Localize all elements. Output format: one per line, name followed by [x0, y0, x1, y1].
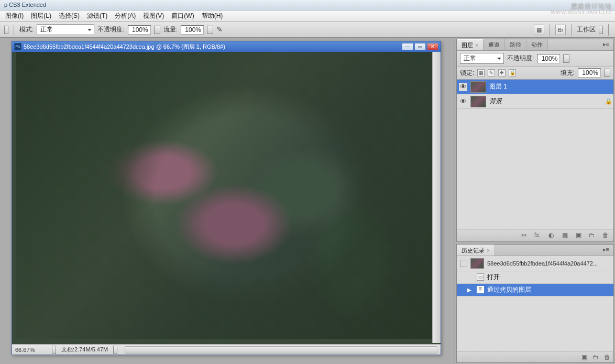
layers-list: 👁 图层 1 👁 背景 🔒 [457, 80, 613, 229]
tab-history[interactable]: 历史记录× [457, 245, 495, 256]
visibility-icon[interactable]: 👁 [459, 83, 467, 91]
tab-channels[interactable]: 通道 [484, 39, 505, 50]
close-tab-icon[interactable]: × [487, 248, 490, 253]
doc-info[interactable]: 文档:2.74M/5.47M [61, 346, 108, 354]
watermark-url: WWW.MISSYUAN.COM [551, 9, 612, 15]
fill-label: 填充: [561, 69, 575, 78]
lock-indicator-icon: 🔒 [605, 98, 611, 105]
separator [550, 24, 550, 36]
app-title: p CS3 Extended [4, 2, 46, 8]
layer-mask-icon[interactable]: ◐ [546, 231, 556, 239]
delete-state-icon[interactable]: 🗑 [604, 354, 610, 361]
panel-menu-icon[interactable]: ▸≡ [599, 245, 613, 256]
layer-style-icon[interactable]: fx. [533, 231, 542, 239]
snapshot-checkbox[interactable] [460, 260, 467, 267]
info-stepper[interactable] [113, 346, 117, 354]
menu-view[interactable]: 视图(V) [143, 12, 164, 20]
new-document-from-state-icon[interactable]: ▣ [581, 354, 587, 361]
lock-position-icon[interactable]: ✥ [498, 69, 506, 76]
menu-select[interactable]: 选择(S) [59, 12, 80, 20]
flow-stepper[interactable] [207, 26, 213, 34]
mode-label: 模式: [19, 25, 34, 34]
opacity-label: 不透明度: [97, 25, 124, 34]
history-step[interactable]: ▭ 打开 [457, 271, 613, 284]
layer-opacity-stepper[interactable] [563, 54, 569, 63]
photo-image [16, 52, 435, 339]
layer-name[interactable]: 背景 [489, 97, 602, 106]
layer-name[interactable]: 图层 1 [489, 82, 611, 91]
opacity-input[interactable]: 100% [128, 25, 151, 35]
layer-thumbnail[interactable] [470, 81, 486, 93]
delete-layer-icon[interactable]: 🗑 [601, 231, 610, 239]
maximize-button[interactable]: ▭ [414, 43, 426, 50]
flow-input[interactable]: 100% [181, 25, 204, 35]
fill-stepper[interactable] [604, 69, 610, 77]
adjustment-layer-icon[interactable]: ▩ [560, 231, 569, 239]
layer-opacity-input[interactable]: 100% [537, 54, 560, 63]
layer-group-icon[interactable]: ▣ [574, 231, 583, 239]
ps-file-icon: Ps [14, 43, 21, 50]
zoom-stepper[interactable] [52, 346, 56, 354]
airbrush-icon[interactable] [216, 25, 228, 35]
separator [608, 24, 609, 36]
layer-row[interactable]: 👁 背景 🔒 [457, 94, 613, 109]
history-snapshot[interactable]: 58ee3d6d55fbb2fbdea1f4544f4a20a4472... [457, 256, 613, 271]
workspace-label[interactable]: 工作区 [577, 25, 596, 34]
horizontal-scrollbar[interactable] [125, 346, 437, 354]
history-list: 58ee3d6d55fbb2fbdea1f4544f4a20a4472... ▭… [457, 256, 613, 351]
window-buttons: — ▭ ✕ [402, 43, 438, 50]
tab-actions[interactable]: 动作 [526, 39, 548, 50]
blend-mode-dropdown[interactable]: 正常 [37, 24, 94, 35]
layer-lock-row: 锁定: ▦ ✎ ✥ 🔒 填充: 100% [457, 67, 613, 80]
separator [14, 24, 14, 36]
copy-layer-step-icon: ≣ [477, 286, 484, 293]
document-canvas[interactable] [12, 52, 441, 344]
lock-label: 锁定: [460, 69, 474, 78]
menu-help[interactable]: 帮助(H) [202, 12, 223, 20]
snapshot-thumbnail [470, 258, 484, 269]
workspace-arrow[interactable] [599, 26, 603, 34]
new-layer-icon[interactable]: 🗀 [587, 231, 597, 239]
history-footer: ▣ 🗀 🗑 [457, 351, 613, 362]
panel-menu-icon[interactable]: ▸≡ [599, 39, 613, 50]
separator [571, 24, 572, 36]
tab-paths[interactable]: 路径 [505, 39, 526, 50]
flow-label: 流量: [163, 25, 178, 34]
bridge-icon[interactable]: Br [555, 25, 566, 35]
lock-transparency-icon[interactable]: ▦ [477, 69, 485, 76]
lock-all-icon[interactable]: 🔒 [509, 69, 516, 76]
close-button[interactable]: ✕ [427, 43, 438, 50]
minimize-button[interactable]: — [402, 43, 413, 50]
menu-image[interactable]: 图像(I) [5, 12, 24, 20]
layer-row[interactable]: 👁 图层 1 [457, 80, 613, 94]
visibility-icon[interactable]: 👁 [459, 97, 467, 106]
menu-window[interactable]: 窗口(W) [171, 12, 194, 20]
layer-thumbnail[interactable] [470, 96, 486, 107]
toggle-palettes-icon[interactable]: ▦ [534, 25, 544, 35]
menu-filter[interactable]: 滤镜(T) [87, 12, 107, 20]
history-step-label: 打开 [487, 273, 500, 282]
tool-preset-arrow[interactable] [4, 26, 8, 34]
menu-layer[interactable]: 图层(L) [31, 12, 51, 20]
opacity-stepper[interactable] [154, 26, 160, 34]
zoom-level[interactable]: 66.67% [15, 347, 47, 353]
document-title: 58ee3d6d55fbb2fbdea1f4544f4a20a44723dcea… [24, 43, 402, 51]
menubar: 图像(I) 图层(L) 选择(S) 滤镜(T) 分析(A) 视图(V) 窗口(W… [0, 10, 615, 22]
menu-analysis[interactable]: 分析(A) [115, 12, 136, 20]
vertical-scrollbar[interactable] [432, 52, 441, 343]
layer-blend-dropdown[interactable]: 正常 [460, 53, 504, 64]
close-tab-icon[interactable]: × [475, 42, 478, 48]
tab-layers[interactable]: 图层× [457, 39, 484, 50]
history-current-marker: ▶ [467, 287, 474, 293]
lock-pixels-icon[interactable]: ✎ [488, 69, 495, 76]
new-snapshot-icon[interactable]: 🗀 [592, 354, 599, 361]
link-layers-icon[interactable]: ⇔ [519, 231, 529, 239]
document-window: Ps 58ee3d6d55fbb2fbdea1f4544f4a20a44723d… [12, 41, 441, 355]
right-panels: 图层× 通道 路径 动作 ▸≡ 正常 不透明度: 100% 锁定: ▦ ✎ ✥ … [455, 38, 615, 364]
document-statusbar: 66.67% 文档:2.74M/5.47M [12, 344, 441, 355]
layer-opacity-label: 不透明度: [507, 54, 534, 63]
layers-tab-row: 图层× 通道 路径 动作 ▸≡ [457, 39, 613, 51]
fill-input[interactable]: 100% [578, 68, 601, 78]
document-titlebar[interactable]: Ps 58ee3d6d55fbb2fbdea1f4544f4a20a44723d… [12, 41, 441, 52]
history-step[interactable]: ▶ ≣ 通过拷贝的图层 [457, 284, 613, 296]
